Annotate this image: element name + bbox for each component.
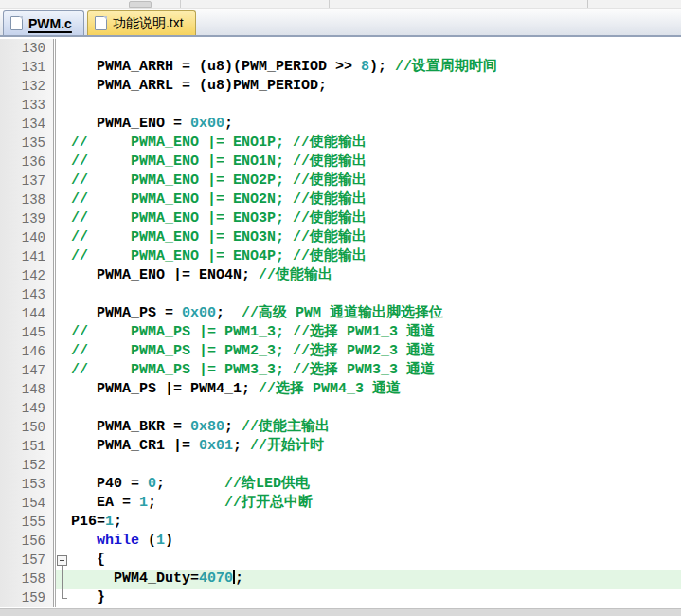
- code-line[interactable]: 140// PWMA_ENO |= ENO3N; //使能输出: [0, 228, 681, 247]
- code-line[interactable]: 148 PWMA_PS |= PWM4_1; //选择 PWM4_3 通道: [0, 380, 681, 399]
- code-line[interactable]: 133: [0, 96, 681, 115]
- code-text: PWMA_BKR = 0x80; //使能主输出: [71, 418, 681, 437]
- line-number: 155: [0, 513, 54, 532]
- line-number: 132: [0, 77, 54, 96]
- line-number: 148: [0, 380, 54, 399]
- code-text: PWMA_CR1 |= 0x01; //开始计时: [71, 437, 681, 456]
- fold-margin: [55, 380, 71, 399]
- code-text: // PWMA_ENO |= ENO2P; //使能输出: [71, 172, 681, 190]
- fold-collapse-icon[interactable]: [55, 551, 71, 570]
- fold-margin: [55, 513, 71, 532]
- code-line[interactable]: 145// PWMA_PS |= PWM1_3; //选择 PWM1_3 通道: [0, 323, 681, 342]
- code-line[interactable]: 156 while (1): [0, 532, 681, 551]
- line-number: 153: [0, 475, 54, 494]
- fold-margin: [55, 342, 71, 361]
- fold-margin: [55, 134, 71, 153]
- code-line[interactable]: 141// PWMA_ENO |= ENO4P; //使能输出: [0, 247, 681, 266]
- toolbar-separator: [180, 0, 181, 8]
- code-text: PWMA_ARRH = (u8)(PWM_PERIOD >> 8); //设置周…: [71, 58, 681, 77]
- fold-margin: [55, 58, 71, 77]
- line-number: 137: [0, 172, 54, 190]
- fold-margin: [55, 323, 71, 342]
- code-text: P40 = 0; //给LED供电: [71, 475, 681, 494]
- toolbar-separator: [329, 0, 330, 8]
- fold-margin: [55, 172, 71, 190]
- fold-margin: [55, 361, 71, 380]
- code-text: // PWMA_ENO |= ENO4P; //使能输出: [71, 247, 681, 266]
- code-line[interactable]: 153 P40 = 0; //给LED供电: [0, 475, 681, 494]
- code-line[interactable]: 137// PWMA_ENO |= ENO2P; //使能输出: [0, 172, 681, 190]
- code-line[interactable]: 139// PWMA_ENO |= ENO3P; //使能输出: [0, 209, 681, 228]
- code-line[interactable]: 131 PWMA_ARRH = (u8)(PWM_PERIOD >> 8); /…: [0, 58, 681, 77]
- code-line[interactable]: 158 PWM4_Duty=4070;: [0, 570, 681, 589]
- code-line[interactable]: 147// PWMA_PS |= PWM3_3; //选择 PWM3_3 通道: [0, 361, 681, 380]
- line-number: 159: [0, 589, 54, 607]
- code-line[interactable]: 138// PWMA_ENO |= ENO2N; //使能输出: [0, 190, 681, 209]
- code-text: {: [71, 551, 681, 570]
- code-line[interactable]: 136// PWMA_ENO |= ENO1N; //使能输出: [0, 153, 681, 172]
- tab-pwm-c[interactable]: PWM.c: [3, 10, 84, 35]
- fold-margin: [55, 39, 71, 58]
- code-line[interactable]: 135// PWMA_ENO |= ENO1P; //使能输出: [0, 134, 681, 153]
- code-text: [71, 39, 681, 58]
- code-text: // PWMA_PS |= PWM1_3; //选择 PWM1_3 通道: [71, 323, 681, 342]
- line-number: 150: [0, 418, 54, 437]
- code-line[interactable]: 155P16=1;: [0, 513, 681, 532]
- code-text: // PWMA_PS |= PWM2_3; //选择 PWM2_3 通道: [71, 342, 681, 361]
- fold-margin: [55, 153, 71, 172]
- line-number: 146: [0, 342, 54, 361]
- document-tab-bar: PWM.c 功能说明.txt: [0, 9, 681, 37]
- horizontal-scrollbar[interactable]: [0, 608, 681, 616]
- line-number: 140: [0, 228, 54, 247]
- code-text: [71, 456, 681, 475]
- code-text: EA = 1; //打开总中断: [71, 494, 681, 513]
- code-area[interactable]: 130131 PWMA_ARRH = (u8)(PWM_PERIOD >> 8)…: [0, 38, 681, 609]
- line-number: 135: [0, 134, 54, 153]
- line-number: 154: [0, 494, 54, 513]
- code-text: // PWMA_ENO |= ENO2N; //使能输出: [71, 190, 681, 209]
- code-text: PWMA_ARRL = (u8)PWM_PERIOD;: [71, 77, 681, 96]
- code-line[interactable]: 134 PWMA_ENO = 0x00;: [0, 115, 681, 134]
- code-line[interactable]: 144 PWMA_PS = 0x00; //高级 PWM 通道输出脚选择位: [0, 304, 681, 323]
- fold-margin: [55, 456, 71, 475]
- code-text: [71, 285, 681, 304]
- code-line[interactable]: 149: [0, 399, 681, 418]
- code-text: PWM4_Duty=4070;: [71, 570, 681, 589]
- code-line[interactable]: 152: [0, 456, 681, 475]
- code-text: [71, 96, 681, 115]
- tab-function-description-txt[interactable]: 功能说明.txt: [87, 10, 196, 35]
- fold-margin: [55, 285, 71, 304]
- code-text: PWMA_PS |= PWM4_1; //选择 PWM4_3 通道: [71, 380, 681, 399]
- line-number: 149: [0, 399, 54, 418]
- code-line[interactable]: 146// PWMA_PS |= PWM2_3; //选择 PWM2_3 通道: [0, 342, 681, 361]
- fold-margin: [55, 115, 71, 134]
- line-number: 145: [0, 323, 54, 342]
- code-text: // PWMA_PS |= PWM3_3; //选择 PWM3_3 通道: [71, 361, 681, 380]
- fold-margin: [55, 190, 71, 209]
- fold-margin: [55, 418, 71, 437]
- code-line[interactable]: 159 }: [0, 589, 681, 607]
- code-line[interactable]: 132 PWMA_ARRL = (u8)PWM_PERIOD;: [0, 77, 681, 96]
- document-icon: [10, 16, 23, 30]
- code-line[interactable]: 130: [0, 39, 681, 58]
- line-number: 144: [0, 304, 54, 323]
- code-line[interactable]: 150 PWMA_BKR = 0x80; //使能主输出: [0, 418, 681, 437]
- code-line[interactable]: 143: [0, 285, 681, 304]
- code-line[interactable]: 154 EA = 1; //打开总中断: [0, 494, 681, 513]
- code-line[interactable]: 157 {: [0, 551, 681, 570]
- code-line[interactable]: 142 PWMA_ENO |= ENO4N; //使能输出: [0, 266, 681, 285]
- document-icon: [95, 16, 107, 30]
- code-text: [71, 399, 681, 418]
- fold-margin: [55, 209, 71, 228]
- code-line[interactable]: 151 PWMA_CR1 |= 0x01; //开始计时: [0, 437, 681, 456]
- fold-margin: [55, 570, 71, 589]
- tab-label: PWM.c: [28, 16, 72, 31]
- code-text: // PWMA_ENO |= ENO3P; //使能输出: [71, 209, 681, 228]
- code-text: // PWMA_ENO |= ENO3N; //使能输出: [71, 228, 681, 247]
- code-text: }: [71, 589, 681, 607]
- code-text: // PWMA_ENO |= ENO1N; //使能输出: [71, 153, 681, 172]
- fold-margin: [55, 494, 71, 513]
- fold-margin: [55, 589, 71, 607]
- line-number: 139: [0, 209, 54, 228]
- line-number: 141: [0, 247, 54, 266]
